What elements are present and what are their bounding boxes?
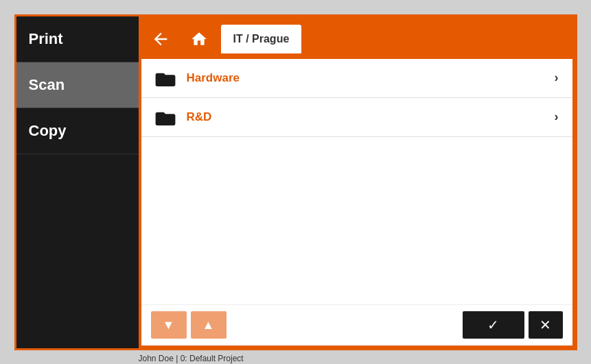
- chevron-right-rnd: ›: [555, 110, 559, 124]
- cancel-button[interactable]: ✕: [529, 311, 563, 339]
- confirm-button[interactable]: ✓: [463, 311, 524, 339]
- folder-hardware-name: Hardware: [187, 71, 555, 85]
- home-icon: [190, 30, 208, 48]
- check-icon: ✓: [487, 317, 499, 333]
- home-button[interactable]: [180, 19, 218, 59]
- action-buttons: ✓ ✕: [463, 311, 563, 339]
- sidebar-item-scan[interactable]: Scan: [16, 62, 139, 108]
- status-bar: John Doe | 0: Default Project: [139, 354, 244, 363]
- upload-icon: [151, 29, 170, 49]
- sidebar: Print Scan Copy: [16, 16, 139, 348]
- folder-icon: [155, 109, 176, 125]
- top-bar: IT / Prague: [141, 19, 572, 59]
- folder-item-rnd[interactable]: R&D ›: [141, 98, 572, 137]
- nav-buttons: ▼ ▲: [151, 311, 227, 339]
- folder-icon: [155, 70, 176, 86]
- folder-rnd-name: R&D: [187, 110, 555, 124]
- app-container: Print Scan Copy IT / Pra: [14, 14, 577, 350]
- content-area: Hardware › R&D ›: [141, 59, 572, 304]
- nav-up-button[interactable]: ▲: [191, 311, 227, 339]
- bottom-bar: ▼ ▲ ✓ ✕: [141, 304, 572, 345]
- main-panel: IT / Prague Hardware › R&D: [139, 16, 575, 348]
- folder-hardware-icon: [155, 70, 176, 86]
- upload-button[interactable]: [141, 19, 180, 59]
- folder-item-hardware[interactable]: Hardware ›: [141, 59, 572, 98]
- chevron-right-hardware: ›: [555, 71, 559, 85]
- chevron-down-icon: ▼: [163, 318, 175, 332]
- chevron-up-icon: ▲: [202, 318, 215, 332]
- close-icon: ✕: [540, 317, 551, 333]
- breadcrumb: IT / Prague: [221, 25, 302, 53]
- nav-down-button[interactable]: ▼: [151, 311, 187, 339]
- sidebar-item-print[interactable]: Print: [16, 16, 139, 62]
- folder-rnd-icon: [155, 109, 176, 125]
- sidebar-item-copy[interactable]: Copy: [16, 108, 139, 154]
